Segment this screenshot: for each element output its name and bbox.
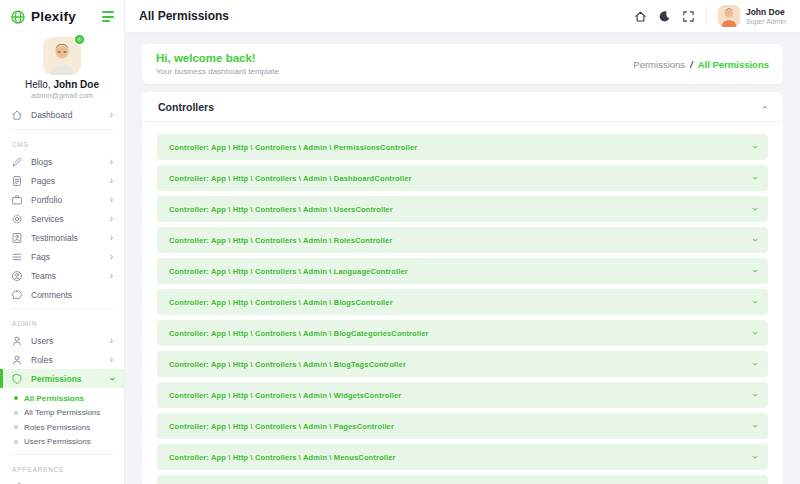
sidebar-item-dashboard[interactable]: Dashboard ›	[0, 104, 124, 125]
section-label-appearance: APPEARENCE	[0, 459, 124, 477]
chevron-down-icon: ›	[749, 145, 759, 148]
breadcrumb: Permissions / All Permissions	[633, 59, 769, 70]
sidebar-item-blogs[interactable]: Blogs ›	[0, 152, 124, 171]
bullet-icon	[14, 440, 18, 444]
file-icon	[11, 175, 23, 187]
submenu-item-all-temp-permissions[interactable]: All Temp Permissions	[0, 406, 124, 421]
moon-icon[interactable]	[658, 10, 671, 23]
controller-row[interactable]: Controller: App \ Http \ Controllers \ A…	[157, 258, 768, 284]
bullet-icon	[14, 425, 18, 429]
hamburger-icon[interactable]	[102, 9, 114, 24]
chevron-right-icon: ›	[110, 157, 113, 167]
pen-icon	[11, 156, 23, 168]
controller-row[interactable]: Controller: App \ Http \ Controllers \ A…	[157, 134, 768, 160]
controller-row[interactable]: Controller: App \ Http \ Controllers \ A…	[157, 382, 768, 408]
controller-row[interactable]: ›	[157, 475, 768, 484]
controller-row[interactable]: Controller: App \ Http \ Controllers \ A…	[157, 165, 768, 191]
sidebar-item-pages[interactable]: Pages ›	[0, 171, 124, 190]
controller-row[interactable]: Controller: App \ Http \ Controllers \ A…	[157, 227, 768, 253]
logo[interactable]: Plexify	[0, 0, 124, 33]
sidebar-item-label: Roles	[31, 355, 102, 365]
submenu-item-roles-permissions[interactable]: Roles Permissions	[0, 420, 124, 435]
sidebar-item-label: Pages	[31, 176, 102, 186]
chevron-down-icon: ›	[749, 238, 759, 241]
submenu-item-label: Users Permissions	[24, 437, 91, 446]
chevron-right-icon: ›	[110, 336, 113, 346]
section-label-admin: ADMIN	[0, 313, 124, 331]
controller-label: Controller: App \ Http \ Controllers \ A…	[169, 329, 429, 338]
submenu-item-users-permissions[interactable]: Users Permissions	[0, 435, 124, 450]
controller-label: Controller: App \ Http \ Controllers \ A…	[169, 298, 393, 307]
sidebar-item-label: Comments	[31, 290, 113, 300]
bullet-icon	[14, 396, 18, 400]
chevron-right-icon: ›	[110, 110, 113, 120]
globe-icon	[10, 9, 26, 25]
shield-icon	[11, 373, 23, 385]
breadcrumb-separator: /	[690, 59, 693, 70]
controller-label: Controller: App \ Http \ Controllers \ A…	[169, 143, 417, 152]
sidebar-item-label: Dashboard	[31, 110, 102, 120]
sidebar-item-label: Teams	[31, 271, 102, 281]
controllers-title: Controllers	[158, 101, 214, 113]
controllers-card: Controllers › Controller: App \ Http \ C…	[142, 92, 783, 484]
sidebar-item-comments[interactable]: Comments	[0, 285, 124, 304]
chevron-right-icon: ›	[110, 355, 113, 365]
controller-row[interactable]: Controller: App \ Http \ Controllers \ A…	[157, 413, 768, 439]
sidebar-item-testimonials[interactable]: Testimonials ›	[0, 228, 124, 247]
sidebar-item-roles[interactable]: Roles ›	[0, 350, 124, 369]
list-icon	[11, 251, 23, 263]
header-user-name: John Doe	[746, 7, 786, 18]
controller-label: Controller: App \ Http \ Controllers \ A…	[169, 391, 401, 400]
chevron-down-icon: ›	[106, 377, 116, 380]
controller-row[interactable]: Controller: App \ Http \ Controllers \ A…	[157, 444, 768, 470]
controller-label: Controller: App \ Http \ Controllers \ A…	[169, 205, 393, 214]
controller-row[interactable]: Controller: App \ Http \ Controllers \ A…	[157, 320, 768, 346]
team-icon	[11, 270, 23, 282]
greeting: Hello, John Doe	[0, 79, 124, 90]
top-bar: All Permissions John Doe Super Admin	[125, 0, 800, 33]
sidebar-item-teams[interactable]: Teams ›	[0, 266, 124, 285]
sidebar-nav: Dashboard › CMS Blogs › Pages › Portfoli…	[0, 103, 124, 484]
chevron-up-icon[interactable]: ›	[760, 105, 771, 109]
main-content: Hi, welcome back! Your business dashboar…	[125, 33, 800, 484]
chevron-right-icon: ›	[110, 214, 113, 224]
controllers-list: Controller: App \ Http \ Controllers \ A…	[142, 122, 783, 484]
home-icon	[11, 109, 23, 121]
sidebar-item-users[interactable]: Users ›	[0, 331, 124, 350]
sidebar-item-label: Users	[31, 336, 102, 346]
section-label-cms: CMS	[0, 134, 124, 152]
id-badge-icon	[11, 232, 23, 244]
avatar	[718, 5, 740, 27]
divider	[10, 454, 114, 455]
sidebar-item-label: Blogs	[31, 157, 102, 167]
sidebar-item-permissions[interactable]: Permissions ›	[0, 369, 124, 388]
controller-row[interactable]: Controller: App \ Http \ Controllers \ A…	[157, 351, 768, 377]
sidebar-item-label: Services	[31, 214, 102, 224]
submenu-item-all-permissions[interactable]: All Permissions	[0, 391, 124, 406]
divider	[10, 308, 114, 309]
avatar	[43, 37, 81, 75]
permissions-submenu: All Permissions All Temp Permissions Rol…	[0, 388, 124, 450]
sidebar: Plexify Hello, John Doe admin@gmail.com …	[0, 0, 125, 484]
sidebar-item-appearance[interactable]: Appearence ›	[0, 477, 124, 484]
breadcrumb-parent[interactable]: Permissions	[633, 59, 685, 70]
breadcrumb-current: All Permissions	[698, 59, 769, 70]
sidebar-item-portfolio[interactable]: Portfolio ›	[0, 190, 124, 209]
sidebar-item-services[interactable]: Services ›	[0, 209, 124, 228]
gear-icon	[11, 213, 23, 225]
chat-icon	[11, 289, 23, 301]
controller-label: Controller: App \ Http \ Controllers \ A…	[169, 422, 394, 431]
controller-row[interactable]: Controller: App \ Http \ Controllers \ A…	[157, 196, 768, 222]
controller-row[interactable]: Controller: App \ Http \ Controllers \ A…	[157, 289, 768, 315]
page-title: All Permissions	[139, 9, 229, 23]
home-icon[interactable]	[634, 10, 647, 23]
chevron-right-icon: ›	[110, 252, 113, 262]
sidebar-item-faqs[interactable]: Faqs ›	[0, 247, 124, 266]
briefcase-icon	[11, 194, 23, 206]
header-user-menu[interactable]: John Doe Super Admin	[718, 5, 786, 27]
sidebar-item-label: Permissions	[31, 374, 102, 384]
welcome-subtitle: Your business dashboard template	[156, 67, 279, 76]
fullscreen-icon[interactable]	[682, 10, 695, 23]
user-icon	[11, 354, 23, 366]
chevron-right-icon: ›	[110, 195, 113, 205]
